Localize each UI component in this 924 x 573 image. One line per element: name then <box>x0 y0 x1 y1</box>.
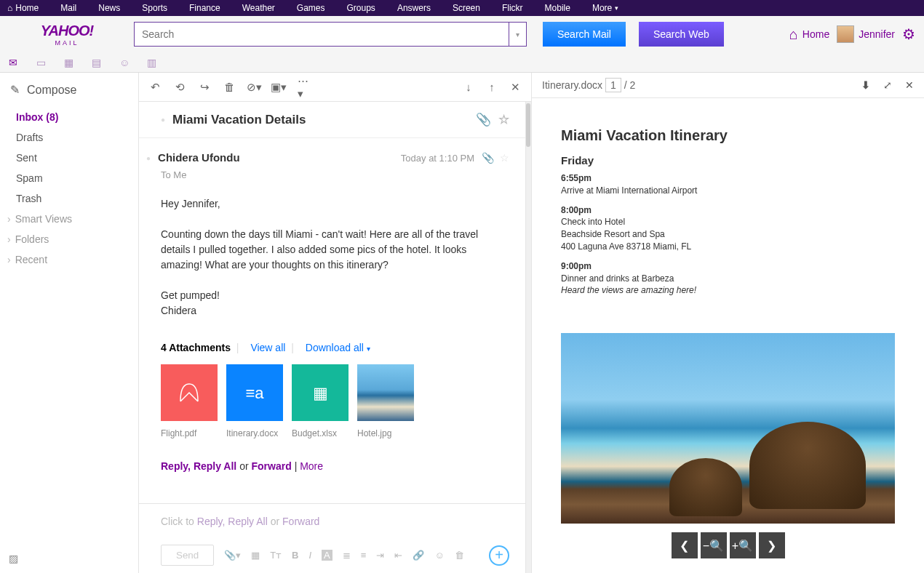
folder-drafts[interactable]: Drafts <box>0 127 138 148</box>
attachment-item[interactable]: ≡aItinerary.docx <box>226 364 283 440</box>
forward-link[interactable]: Forward <box>252 460 292 472</box>
scrollbar-track[interactable] <box>525 102 531 573</box>
prev-page-button[interactable]: ❮ <box>672 532 698 558</box>
attachment-icon: 📎 <box>476 112 491 127</box>
reply-compose-area[interactable]: Click to Reply, Reply All or Forward Sen… <box>139 503 531 573</box>
star-icon[interactable]: ☆ <box>500 151 509 166</box>
expand-icon[interactable]: ⤢ <box>883 79 892 91</box>
app-tabs: ✉ ▭ ▦ ▤ ☺ ▥ <box>0 52 924 73</box>
preview-page-current[interactable]: 1 <box>605 78 621 92</box>
reply-icon[interactable]: ↶ <box>149 81 161 93</box>
indent-icon[interactable]: ⇥ <box>376 550 384 561</box>
folder-spam[interactable]: Spam <box>0 168 138 188</box>
link-icon[interactable]: 🔗 <box>413 550 424 561</box>
message-body: ● Chidera Ufondu Today at 1:10 PM 📎 ☆ To… <box>139 138 531 503</box>
folder-inbox[interactable]: Inbox (8) <box>0 107 138 127</box>
yahoo-mail-logo: YAHOO!MAIL <box>9 23 125 47</box>
sender-name[interactable]: Chidera Ufondu <box>158 150 240 167</box>
more-actions-icon[interactable]: ⋯▾ <box>298 81 309 93</box>
format-icon[interactable]: ▦ <box>251 550 260 561</box>
reply-all-link[interactable]: Reply All <box>194 460 236 472</box>
bold-icon[interactable]: B <box>292 550 298 561</box>
attachment-name: Budget.xlsx <box>292 427 349 440</box>
spam-icon[interactable]: ⊘▾ <box>248 81 260 93</box>
zoom-in-button[interactable]: +🔍 <box>730 532 756 558</box>
body-text: Counting down the days till Miami - can'… <box>161 227 509 273</box>
nav-mail[interactable]: Mail <box>60 3 76 13</box>
next-page-button[interactable]: ❯ <box>759 532 785 558</box>
send-button[interactable]: Send <box>161 545 214 566</box>
text-color-icon[interactable]: A <box>322 550 332 561</box>
download-icon[interactable]: ⬇ <box>861 79 870 91</box>
nav-finance[interactable]: Finance <box>189 3 220 13</box>
compose-button[interactable]: ✎Compose <box>0 83 138 107</box>
zoom-out-button[interactable]: −🔍 <box>701 532 727 558</box>
search-web-button[interactable]: Search Web <box>639 22 724 47</box>
folder-trash[interactable]: Trash <box>0 188 138 209</box>
move-icon[interactable]: ▣▾ <box>273 81 284 93</box>
nav-groups[interactable]: Groups <box>347 3 375 13</box>
recipients[interactable]: To Me <box>161 168 509 183</box>
nav-sports[interactable]: Sports <box>142 3 167 13</box>
prev-message-icon[interactable]: ↑ <box>486 81 498 93</box>
search-input[interactable] <box>134 22 509 47</box>
attachment-item[interactable]: ▦Budget.xlsx <box>292 364 349 440</box>
discard-icon[interactable]: 🗑 <box>455 550 464 561</box>
number-list-icon[interactable]: ≡ <box>361 550 367 561</box>
font-size-icon[interactable]: Tᴛ <box>270 550 282 561</box>
home-link[interactable]: ⌂Home <box>789 26 829 43</box>
attach-icon[interactable]: 📎▾ <box>224 550 241 561</box>
reply-link[interactable]: Reply, <box>161 460 191 472</box>
nav-answers[interactable]: Answers <box>397 3 431 13</box>
section-folders[interactable]: Folders <box>0 229 138 249</box>
home-icon: ⌂ <box>7 3 12 13</box>
section-smart-views[interactable]: Smart Views <box>0 209 138 229</box>
calendar-icon[interactable]: ▦ <box>64 57 76 68</box>
scrollbar-thumb[interactable] <box>526 103 530 147</box>
subject-text: Miami Vacation Details <box>172 113 306 127</box>
next-message-icon[interactable]: ↓ <box>463 81 474 93</box>
view-all-link[interactable]: View all <box>250 342 285 353</box>
contacts-icon[interactable]: ▭ <box>36 57 48 68</box>
attachment-item[interactable]: Flight.pdf <box>161 364 218 440</box>
section-recent[interactable]: Recent <box>0 249 138 270</box>
messenger-icon[interactable]: ☺ <box>119 57 131 68</box>
notepad-icon[interactable]: ▤ <box>92 57 103 68</box>
avatar <box>837 25 854 43</box>
trash-icon[interactable]: 🗑 <box>223 81 235 93</box>
image-icon[interactable]: ▨ <box>9 553 18 564</box>
message-time: Today at 1:10 PM <box>401 151 474 166</box>
star-icon[interactable]: ☆ <box>498 112 509 127</box>
search-scope-dropdown[interactable]: ▾ <box>509 22 527 47</box>
attachment-item[interactable]: Hotel.jpg <box>357 364 414 440</box>
close-message-icon[interactable]: ✕ <box>509 81 521 93</box>
forward-icon[interactable]: ↪ <box>199 81 210 93</box>
mail-icon[interactable]: ✉ <box>9 57 20 68</box>
nav-home[interactable]: ⌂Home <box>7 3 39 13</box>
chevron-down-icon: ▾ <box>367 345 370 353</box>
attachment-icon: 📎 <box>482 151 494 166</box>
italic-icon[interactable]: I <box>308 550 311 561</box>
nav-flickr[interactable]: Flickr <box>502 3 523 13</box>
folder-sent[interactable]: Sent <box>0 148 138 168</box>
nav-games[interactable]: Games <box>297 3 325 13</box>
gear-icon[interactable]: ⚙ <box>902 25 915 43</box>
nav-weather[interactable]: Weather <box>242 3 275 13</box>
download-all-link[interactable]: Download all ▾ <box>306 342 370 353</box>
close-preview-icon[interactable]: ✕ <box>905 79 914 91</box>
more-link[interactable]: More <box>300 460 323 472</box>
nav-news[interactable]: News <box>98 3 120 13</box>
reply-all-icon[interactable]: ⟲ <box>174 81 186 93</box>
outdent-icon[interactable]: ⇤ <box>394 550 402 561</box>
nav-mobile[interactable]: Mobile <box>545 3 570 13</box>
bullet-list-icon[interactable]: ≣ <box>343 550 351 561</box>
add-icon[interactable]: + <box>489 545 509 566</box>
news-icon[interactable]: ▥ <box>147 57 159 68</box>
attachment-name: Hotel.jpg <box>357 427 414 440</box>
search-mail-button[interactable]: Search Mail <box>543 22 626 47</box>
user-menu[interactable]: Jennifer <box>837 25 895 43</box>
attachment-name: Flight.pdf <box>161 427 218 440</box>
emoji-icon[interactable]: ☺ <box>434 550 444 561</box>
nav-more[interactable]: More ▾ <box>592 3 618 13</box>
nav-screen[interactable]: Screen <box>453 3 480 13</box>
